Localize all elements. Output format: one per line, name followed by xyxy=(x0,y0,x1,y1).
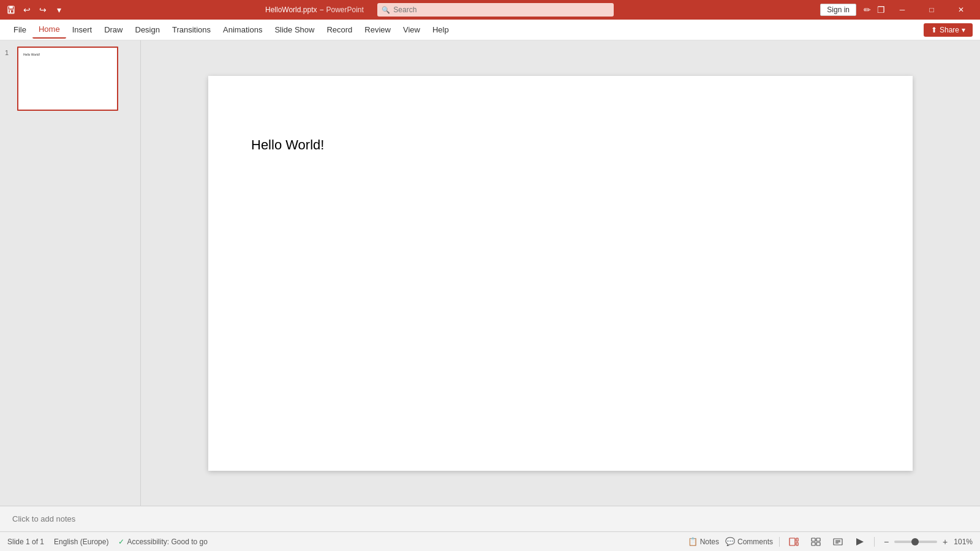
search-wrapper: 🔍 xyxy=(377,3,614,17)
share-button[interactable]: ⬆ Share ▾ xyxy=(924,23,973,37)
zoom-in-button[interactable]: + xyxy=(940,536,951,547)
svg-rect-10 xyxy=(816,542,820,545)
share-icon: ⬆ xyxy=(931,26,937,34)
comments-icon: 💬 xyxy=(725,537,735,546)
customize-icon[interactable]: ▾ xyxy=(53,4,65,16)
title-bar: ↩ ↪ ▾ HelloWorld.pptx − PowerPoint 🔍 Sig… xyxy=(0,0,980,20)
svg-rect-6 xyxy=(796,542,798,545)
tab-animations[interactable]: Animations xyxy=(217,21,268,38)
language-label: English (Europe) xyxy=(54,538,108,546)
slide-sorter-button[interactable] xyxy=(808,535,824,549)
normal-view-button[interactable] xyxy=(786,535,802,549)
notes-label: Notes xyxy=(700,538,719,546)
tab-insert[interactable]: Insert xyxy=(66,21,99,38)
divider xyxy=(779,537,780,547)
tab-slideshow[interactable]: Slide Show xyxy=(268,21,320,38)
slide-number: 1 xyxy=(5,49,13,56)
redo-icon[interactable]: ↪ xyxy=(37,4,49,16)
svg-rect-1 xyxy=(9,6,13,9)
maximize-button[interactable]: □ xyxy=(918,0,946,20)
comments-label: Comments xyxy=(737,538,773,546)
accessibility-badge[interactable]: ✓ Accessibility: Good to go xyxy=(118,538,207,546)
slide-1-wrapper: 1 Hello World! xyxy=(5,47,135,111)
svg-rect-4 xyxy=(790,538,795,545)
quick-access-toolbar: ↩ ↪ ▾ xyxy=(5,4,65,16)
title-area: HelloWorld.pptx − PowerPoint 🔍 xyxy=(65,3,814,17)
canvas-area: Hello World! xyxy=(141,40,980,506)
notes-icon: 📋 xyxy=(688,537,698,546)
sign-in-button[interactable]: Sign in xyxy=(820,4,856,16)
tab-file[interactable]: File xyxy=(7,21,32,38)
status-right: 📋 Notes 💬 Comments xyxy=(688,535,973,549)
close-button[interactable]: ✕ xyxy=(947,0,975,20)
svg-rect-8 xyxy=(816,538,820,541)
svg-marker-15 xyxy=(856,538,864,545)
slide-thumb-text: Hello World! xyxy=(23,53,40,57)
minimize-button[interactable]: ─ xyxy=(888,0,916,20)
notes-toggle[interactable]: 📋 Notes xyxy=(688,537,719,546)
slide-thumbnail[interactable]: Hello World! xyxy=(17,47,118,111)
pen-icon[interactable]: ✏ xyxy=(861,4,873,16)
zoom-out-button[interactable]: − xyxy=(881,536,892,547)
tab-record[interactable]: Record xyxy=(320,21,358,38)
notes-placeholder: Click to add notes xyxy=(12,514,75,523)
title-separator: − xyxy=(319,6,323,14)
divider2 xyxy=(874,537,875,547)
ribbon-right: ⬆ Share ▾ xyxy=(924,23,973,37)
tab-transitions[interactable]: Transitions xyxy=(166,21,217,38)
zoom-level[interactable]: 101% xyxy=(953,538,973,546)
share-chevron: ▾ xyxy=(962,26,965,34)
app-name: PowerPoint xyxy=(326,6,363,14)
window-controls: ✏ ❐ ─ □ ✕ xyxy=(861,0,975,20)
undo-icon[interactable]: ↩ xyxy=(21,4,33,16)
slide-content-text[interactable]: Hello World! xyxy=(251,137,324,153)
restore-icon[interactable]: ❐ xyxy=(875,4,887,16)
svg-rect-7 xyxy=(812,538,815,541)
save-icon[interactable] xyxy=(5,4,17,16)
zoom-slider[interactable] xyxy=(894,541,937,543)
ribbon: File Home Insert Draw Design Transitions… xyxy=(0,20,980,40)
search-input[interactable] xyxy=(377,3,614,17)
comments-toggle[interactable]: 💬 Comments xyxy=(725,537,773,546)
presentation-view-button[interactable] xyxy=(852,535,868,549)
svg-rect-9 xyxy=(812,542,815,545)
svg-rect-3 xyxy=(10,10,11,13)
tab-design[interactable]: Design xyxy=(129,21,166,38)
share-label: Share xyxy=(940,26,959,34)
slide-panel: 1 Hello World! xyxy=(0,40,141,506)
svg-rect-5 xyxy=(796,538,798,541)
tab-help[interactable]: Help xyxy=(426,21,455,38)
slide-canvas[interactable]: Hello World! xyxy=(208,76,913,471)
work-area: 1 Hello World! Hello World! xyxy=(0,40,980,506)
check-icon: ✓ xyxy=(118,538,124,546)
zoom-control: − + 101% xyxy=(881,536,973,547)
notes-bar[interactable]: Click to add notes xyxy=(0,506,980,531)
reading-view-button[interactable] xyxy=(830,535,846,549)
tab-draw[interactable]: Draw xyxy=(98,21,129,38)
tab-home[interactable]: Home xyxy=(32,21,66,39)
main-area: 1 Hello World! Hello World! Click to add… xyxy=(0,40,980,531)
slide-info: Slide 1 of 1 xyxy=(7,538,44,546)
status-bar: Slide 1 of 1 English (Europe) ✓ Accessib… xyxy=(0,531,980,551)
tab-review[interactable]: Review xyxy=(358,21,397,38)
accessibility-text: Accessibility: Good to go xyxy=(127,538,207,546)
file-name: HelloWorld.pptx xyxy=(265,6,317,14)
tab-view[interactable]: View xyxy=(397,21,426,38)
